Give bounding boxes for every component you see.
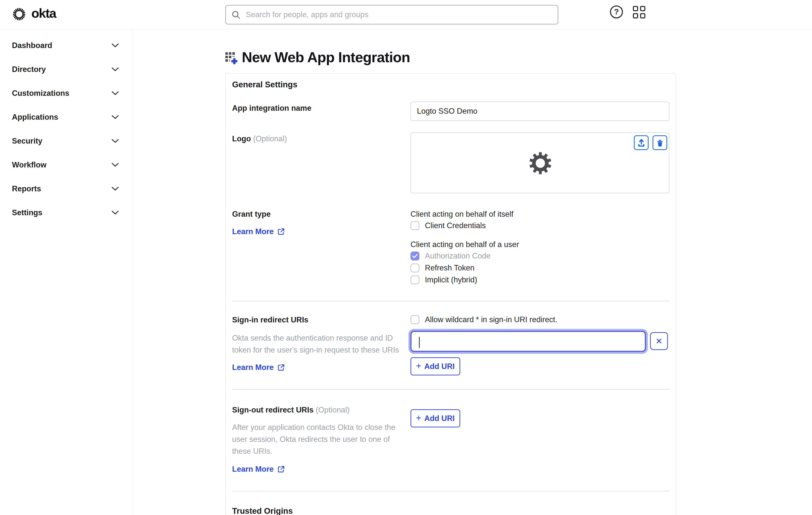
authorization-code-checkbox[interactable] (410, 252, 419, 260)
signin-uris-label: Sign-in redirect URIs (232, 315, 309, 324)
implicit-hybrid-row: Implicit (hybrid) (410, 276, 477, 284)
trusted-origins-heading: Trusted Origins (232, 506, 293, 515)
learn-more-text: Learn More (232, 363, 274, 372)
signout-optional-text: (Optional) (316, 405, 350, 414)
sidebar-item-settings[interactable]: Settings (0, 201, 133, 225)
upload-logo-button[interactable] (634, 135, 648, 150)
sidebar-item-reports[interactable]: Reports (0, 177, 133, 201)
refresh-token-row: Refresh Token (410, 263, 474, 273)
chevron-down-icon (112, 163, 119, 167)
chevron-down-icon (112, 210, 119, 215)
signin-helper-text: Okta sends the authentication response a… (232, 332, 406, 356)
grid-square (633, 6, 638, 11)
section-divider (232, 301, 669, 301)
grid-square (640, 6, 645, 11)
external-link-icon (277, 465, 285, 473)
text-caret (419, 337, 420, 348)
sidebar-item-security[interactable]: Security (0, 129, 133, 153)
sidebar-nav: Dashboard Directory Customizations Appli… (0, 30, 133, 515)
chevron-down-icon (112, 67, 119, 71)
grant-learn-more-link[interactable]: Learn More (232, 227, 285, 236)
signin-learn-more-link[interactable]: Learn More (232, 363, 285, 372)
external-link-icon (277, 228, 285, 236)
external-link-icon (277, 364, 285, 371)
sidebar-label: Reports (12, 184, 41, 193)
client-credentials-row: Client Credentials (410, 221, 486, 230)
okta-sunburst-icon (11, 6, 27, 22)
gear-icon (528, 151, 552, 175)
chevron-down-icon (112, 187, 119, 191)
sidebar-label: Applications (12, 113, 58, 122)
app-name-label: App integration name (232, 104, 312, 113)
sidebar-label: Directory (12, 65, 46, 74)
signout-label-text: Sign-out redirect URIs (232, 405, 314, 414)
logo-label: Logo (Optional) (232, 134, 287, 143)
wildcard-label: Allow wildcard * in sign-in URI redirect… (425, 315, 557, 324)
sidebar-label: Workflow (12, 161, 47, 169)
help-icon[interactable]: ? (610, 5, 623, 19)
general-settings-heading: General Settings (232, 80, 297, 89)
sidebar-label: Security (12, 137, 42, 146)
sidebar-label: Settings (12, 208, 42, 217)
sidebar-item-dashboard[interactable]: Dashboard (0, 34, 133, 57)
wildcard-row: Allow wildcard * in sign-in URI redirect… (410, 315, 557, 324)
grant-type-label: Grant type (232, 210, 271, 219)
add-uri-label: Add URI (424, 414, 455, 423)
refresh-token-label: Refresh Token (425, 263, 474, 273)
signout-uris-label: Sign-out redirect URIs (Optional) (232, 405, 350, 414)
refresh-token-checkbox[interactable] (410, 263, 419, 273)
learn-more-text: Learn More (232, 227, 274, 236)
chevron-down-icon (112, 91, 119, 95)
remove-uri-button[interactable]: ✕ (650, 332, 668, 350)
logo-optional-text: (Optional) (253, 134, 287, 143)
sidebar-item-customizations[interactable]: Customizations (0, 81, 133, 105)
search-icon (231, 10, 240, 19)
client-credentials-label: Client Credentials (425, 221, 486, 230)
authorization-code-label: Authorization Code (425, 252, 491, 260)
chevron-down-icon (112, 115, 119, 119)
wildcard-checkbox[interactable] (410, 315, 419, 324)
implicit-hybrid-checkbox[interactable] (410, 276, 419, 284)
grant-user-heading: Client acting on behalf of a user (410, 240, 519, 249)
sidebar-item-applications[interactable]: Applications (0, 105, 133, 129)
implicit-hybrid-label: Implicit (hybrid) (425, 276, 477, 284)
general-settings-card: General Settings App integration name Lo… (225, 73, 676, 515)
grant-itself-heading: Client acting on behalf of itself (410, 210, 514, 219)
plus-icon: + (416, 413, 421, 424)
learn-more-text: Learn More (232, 465, 274, 474)
okta-logo[interactable]: okta (11, 6, 56, 22)
upload-icon (637, 139, 645, 147)
delete-logo-button[interactable] (652, 135, 667, 150)
section-divider (232, 491, 669, 491)
add-uri-label: Add URI (424, 362, 455, 371)
trash-icon (656, 139, 664, 147)
logo-preview-box (410, 132, 669, 193)
signin-add-uri-button[interactable]: + Add URI (410, 357, 460, 375)
signin-uri-input[interactable] (410, 331, 646, 352)
signout-learn-more-link[interactable]: Learn More (232, 465, 285, 474)
chevron-down-icon (112, 139, 119, 143)
new-app-grid-plus-icon (224, 50, 238, 64)
page-title-text: New Web App Integration (242, 49, 410, 65)
signout-add-uri-button[interactable]: + Add URI (410, 409, 460, 427)
global-search[interactable] (225, 5, 558, 24)
grid-square (633, 13, 638, 19)
apps-grid-icon[interactable] (633, 6, 645, 19)
signout-helper-text: After your application contacts Okta to … (232, 422, 396, 457)
sidebar-label: Dashboard (12, 41, 52, 50)
sidebar-item-workflow[interactable]: Workflow (0, 153, 133, 177)
chevron-down-icon (112, 43, 119, 48)
page-title: New Web App Integration (224, 49, 410, 65)
section-divider (232, 389, 669, 390)
brand-text: okta (31, 7, 56, 22)
plus-icon: + (416, 362, 421, 371)
search-input[interactable] (245, 10, 558, 20)
client-credentials-checkbox[interactable] (410, 221, 419, 230)
authorization-code-row: Authorization Code (410, 252, 491, 260)
sidebar-label: Customizations (12, 89, 69, 98)
logo-label-text: Logo (232, 134, 251, 143)
grid-square (640, 13, 645, 19)
sidebar-item-directory[interactable]: Directory (0, 57, 133, 81)
app-name-input[interactable] (410, 102, 669, 121)
top-header: okta ? (0, 0, 812, 29)
